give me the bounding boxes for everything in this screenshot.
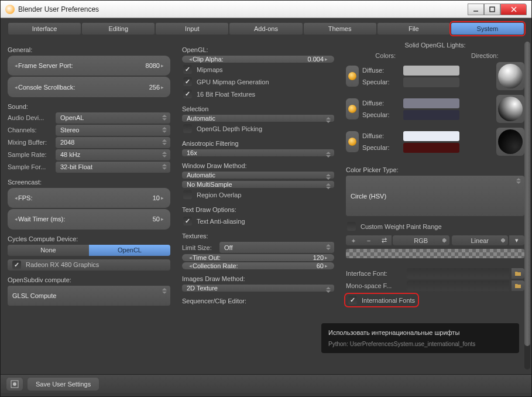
light-2-direction[interactable] [496,95,524,123]
opensubdiv-compute[interactable]: GLSL Compute [8,286,170,306]
light-3-toggle[interactable] [346,131,359,152]
light-1-toggle[interactable] [346,66,359,87]
float-tex-check[interactable]: 16 Bit Float Textures [182,88,334,100]
light-3-direction[interactable] [496,128,524,156]
gpu-mipmap-check[interactable]: GPU Mipmap Generation [182,76,334,87]
cycles-label: Cycles Compute Device: [8,235,170,242]
remove-stop-button[interactable]: − [361,235,376,245]
international-fonts-check[interactable]: International Fonts [346,295,417,306]
tab-editing[interactable]: Editing [82,23,155,35]
multisample[interactable]: No MultiSample [182,181,334,188]
check-icon [183,65,192,74]
cycles-card[interactable]: Radeon RX 480 Graphics [8,259,170,271]
texture-icon[interactable] [6,378,23,391]
blender-icon [5,5,15,14]
cycles-none[interactable]: None [8,245,89,256]
flip-button[interactable]: ⇄ [376,235,392,245]
check-icon [183,77,192,86]
clip-alpha[interactable]: ◂Clip Alpha:0.004▸ [182,56,334,63]
sequencer-label: Sequencer/Clip Editor: [182,297,334,304]
lamp-icon [348,72,356,80]
interpolation[interactable]: Linear [452,235,509,245]
footer: Save User Settings [1,374,531,393]
text-aa-check[interactable]: Text Anti-aliasing [182,215,334,227]
light-1-diffuse[interactable] [403,66,459,76]
custom-weight-check[interactable]: Custom Weight Paint Range [346,221,524,232]
aniso-filter[interactable]: 16x [182,149,334,156]
console-scrollback[interactable]: ◂Console Scrollback:256▸ [8,77,170,97]
images-draw-method[interactable]: 2D Texture [182,285,334,292]
mipmaps-check[interactable]: Mipmaps [182,64,334,75]
color-mode[interactable]: RGB [393,235,449,245]
images-draw-label: Images Draw Method: [182,275,334,282]
aniso-label: Anisotropic Filtering [182,140,334,147]
cycles-opencl[interactable]: OpenCL [89,245,170,256]
window-draw-method[interactable]: Automatic [182,172,334,179]
sample-rate[interactable]: 48 kHz [56,149,170,160]
check-icon [347,222,356,231]
color-ramp[interactable] [346,249,524,258]
general-label: General: [8,46,170,53]
opengl-label: OpenGL: [182,46,334,53]
light-3-diffuse[interactable] [403,131,459,141]
region-overlap-check[interactable]: Region Overlap [182,189,334,200]
lamp-icon [348,138,356,146]
titlebar: Blender User Preferences [1,1,531,18]
sample-format[interactable]: 32-bit Float [56,162,170,173]
tab-system[interactable]: System [451,23,524,35]
fps[interactable]: ◂FPS:10▸ [8,188,170,208]
check-icon [183,190,192,199]
cycles-device-toggle[interactable]: None OpenCL [8,245,170,256]
light-2-specular[interactable] [403,110,459,120]
lamp-icon [348,105,356,113]
check-icon [183,217,192,225]
mixing-buffer[interactable]: 2048 [56,137,170,148]
text-draw-label: Text Draw Options: [182,206,334,213]
interface-font-field[interactable] [407,268,509,279]
tooltip: Использовать интернациональные шрифты Py… [321,323,519,353]
light-1-direction[interactable] [496,62,524,90]
tab-input[interactable]: Input [156,23,228,35]
light-1-specular[interactable] [403,77,459,87]
selection-mode[interactable]: Automatic [182,115,334,122]
sound-label: Sound: [8,103,170,110]
frame-server-port[interactable]: ◂Frame Server Port:8080▸ [8,56,170,76]
textures-label: Textures: [182,232,334,239]
audio-device[interactable]: OpenAL [56,112,170,124]
tab-themes[interactable]: Themes [304,23,376,35]
check-icon [183,124,192,133]
minimize-button[interactable] [468,4,484,15]
light-2-diffuse[interactable] [403,98,459,108]
opensubdiv-label: OpenSubdiv compute: [8,276,170,283]
limit-size[interactable]: Off [219,242,334,253]
channels[interactable]: Stereo [56,125,170,136]
tab-file[interactable]: File [377,23,450,35]
check-icon [348,296,357,304]
check-icon [12,261,21,269]
options-button[interactable]: ▾ [509,235,524,245]
scrollbar[interactable] [524,42,530,369]
light-2-toggle[interactable] [346,98,359,119]
color-picker-type[interactable]: Circle (HSV) [346,176,524,216]
close-button[interactable] [500,4,527,15]
tabs: Interface Editing Input Add-ons Themes F… [8,23,524,35]
folder-icon[interactable] [512,280,524,291]
collection-rate[interactable]: ◂Collection Rate:60▸ [182,262,334,269]
mono-font-field[interactable] [407,280,509,291]
maximize-button[interactable] [484,4,500,15]
selection-label: Selection [182,105,334,112]
color-picker-label: Color Picker Type: [346,166,524,173]
svg-rect-1 [490,7,495,12]
light-3-specular[interactable] [403,143,459,153]
depth-picking-check[interactable]: OpenGL Depth Picking [182,123,334,134]
solid-lights-label: Solid OpenGL Lights: [346,42,524,49]
tab-interface[interactable]: Interface [8,23,81,35]
folder-icon[interactable] [512,268,524,279]
window-title: Blender User Preferences [18,5,468,13]
check-icon [183,90,192,98]
wait-timer[interactable]: ◂Wait Timer (ms):50▸ [8,209,170,229]
save-settings-button[interactable]: Save User Settings [28,378,99,391]
add-stop-button[interactable]: + [346,235,361,245]
time-out[interactable]: ◂Time Out:120▸ [182,254,334,261]
tab-addons[interactable]: Add-ons [229,23,302,35]
